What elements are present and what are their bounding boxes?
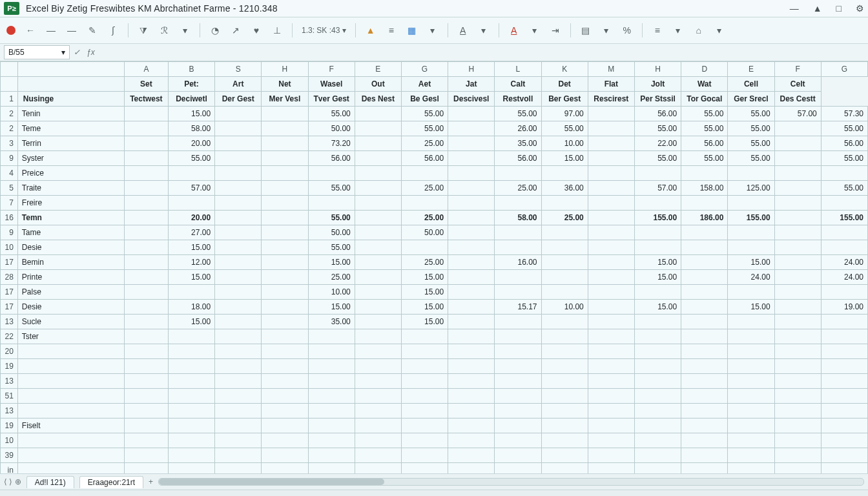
column-name-cell[interactable]: Tver Gest — [308, 92, 355, 107]
cell[interactable]: 55.00 — [821, 151, 867, 166]
row-label-cell[interactable]: Traite — [17, 181, 124, 196]
cell[interactable] — [355, 389, 401, 404]
cell[interactable] — [262, 240, 308, 255]
row-header[interactable]: 3 — [1, 136, 18, 151]
cell[interactable] — [168, 285, 214, 300]
cell[interactable] — [355, 463, 401, 474]
cell[interactable] — [308, 166, 355, 181]
col-header[interactable]: S — [215, 62, 262, 77]
row-header[interactable]: 17 — [1, 255, 18, 270]
cell[interactable] — [541, 374, 588, 389]
row-label-cell[interactable]: Desie — [17, 300, 124, 315]
cell[interactable] — [124, 196, 168, 211]
cell[interactable] — [401, 344, 448, 359]
cell[interactable] — [681, 270, 728, 285]
cell[interactable]: 15.00 — [308, 255, 355, 270]
cell[interactable] — [541, 389, 588, 404]
cell[interactable]: 15.00 — [168, 107, 214, 121]
cell[interactable] — [124, 463, 168, 474]
cell[interactable] — [634, 448, 681, 463]
cell[interactable] — [634, 329, 681, 344]
cell[interactable] — [821, 448, 867, 463]
cell[interactable] — [588, 151, 634, 166]
cell[interactable] — [355, 166, 401, 181]
cell[interactable] — [821, 389, 867, 404]
cell[interactable] — [355, 315, 401, 329]
cell[interactable]: 25.00 — [401, 136, 448, 151]
cell[interactable] — [448, 166, 495, 181]
cell[interactable]: 57.00 — [634, 181, 681, 196]
group-header-cell[interactable]: Celt — [774, 77, 821, 92]
cell[interactable]: 155.00 — [728, 211, 774, 225]
cell[interactable] — [168, 389, 214, 404]
cell[interactable] — [681, 344, 728, 359]
cell[interactable]: 56.00 — [821, 136, 867, 151]
cell[interactable] — [262, 196, 308, 211]
cell[interactable] — [262, 448, 308, 463]
row-label-cell[interactable]: Freire — [17, 196, 124, 211]
cell[interactable] — [448, 300, 495, 315]
cell[interactable] — [308, 359, 355, 374]
name-box[interactable]: B/55 ▾ — [4, 45, 70, 59]
cell[interactable] — [681, 374, 728, 389]
cell[interactable] — [681, 463, 728, 474]
cell[interactable]: 16.00 — [495, 255, 541, 270]
column-name-cell[interactable]: Per Stssil — [634, 92, 681, 107]
column-name-cell[interactable]: Rescirest — [588, 92, 634, 107]
brush-icon[interactable]: ✎ — [87, 25, 98, 36]
row-label-cell[interactable]: Desie — [17, 240, 124, 255]
sort-icon[interactable]: ℛ — [158, 25, 170, 36]
cell[interactable]: 15.00 — [308, 300, 355, 315]
cell[interactable] — [168, 374, 214, 389]
column-name-cell[interactable]: Descivesl — [448, 92, 495, 107]
cell[interactable] — [541, 344, 588, 359]
cell[interactable] — [262, 270, 308, 285]
cell[interactable]: 35.00 — [308, 315, 355, 329]
row-label-cell[interactable]: Tenin — [17, 107, 124, 121]
cell[interactable]: 55.00 — [821, 121, 867, 136]
column-name-cell[interactable]: Des Nest — [355, 92, 401, 107]
cell[interactable] — [168, 196, 214, 211]
cell[interactable]: 50.00 — [308, 121, 355, 136]
cell[interactable] — [495, 389, 541, 404]
row-label-cell[interactable]: Tame — [17, 225, 124, 240]
font-size-combo[interactable]: 1.3: SK :43 ▾ — [302, 25, 346, 36]
cell[interactable] — [774, 240, 821, 255]
cell[interactable]: 58.00 — [495, 211, 541, 225]
cell[interactable] — [728, 285, 774, 300]
cell[interactable] — [821, 196, 867, 211]
cell[interactable] — [308, 404, 355, 418]
cell[interactable] — [401, 448, 448, 463]
cell[interactable] — [215, 270, 262, 285]
cell[interactable]: 55.00 — [681, 151, 728, 166]
cell[interactable] — [774, 433, 821, 448]
group-header-cell[interactable]: Aet — [401, 77, 448, 92]
cell[interactable] — [215, 433, 262, 448]
cell[interactable] — [588, 270, 634, 285]
cell[interactable] — [262, 181, 308, 196]
cell[interactable] — [448, 329, 495, 344]
cell[interactable] — [448, 404, 495, 418]
cell[interactable] — [308, 196, 355, 211]
cell[interactable] — [215, 389, 262, 404]
cell[interactable] — [401, 166, 448, 181]
cell[interactable]: 15.00 — [728, 255, 774, 270]
cursor-icon[interactable]: ↗ — [230, 25, 242, 36]
row-label-cell[interactable]: Sucle — [17, 315, 124, 329]
row-label-cell[interactable]: Preice — [17, 166, 124, 181]
column-name-cell[interactable]: Ger Srecl — [728, 92, 774, 107]
cell[interactable] — [124, 181, 168, 196]
sheet-tab-1[interactable]: Ad!l 121) — [26, 476, 74, 488]
cell[interactable] — [448, 107, 495, 121]
cell[interactable] — [401, 404, 448, 418]
row-header[interactable]: 39 — [1, 448, 18, 463]
sigma-icon[interactable]: ʃ — [107, 25, 119, 36]
cell[interactable] — [448, 433, 495, 448]
cell[interactable]: 55.00 — [308, 181, 355, 196]
paint-icon[interactable]: ◔ — [209, 25, 221, 36]
cell[interactable] — [262, 404, 308, 418]
cell[interactable] — [355, 404, 401, 418]
cell[interactable]: 10.00 — [541, 136, 588, 151]
row-header[interactable]: 16 — [1, 211, 18, 225]
row-header[interactable]: 22 — [1, 329, 18, 344]
